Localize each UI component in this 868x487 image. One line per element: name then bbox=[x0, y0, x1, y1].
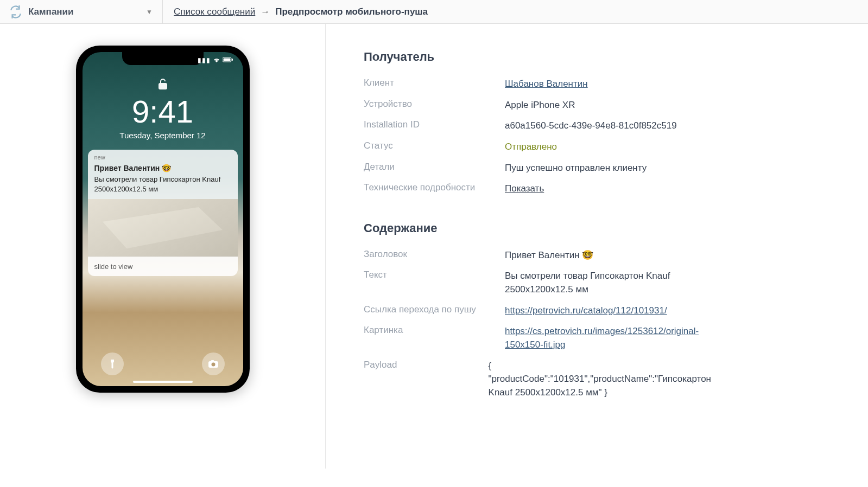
label-status: Статус bbox=[364, 140, 505, 151]
value-install: a60a1560-5cdc-439e-94e8-81c0f852c519 bbox=[505, 119, 711, 133]
breadcrumb: Список сообщений → Предпросмотр мобильно… bbox=[163, 7, 428, 17]
lock-time: 9:41 bbox=[83, 96, 243, 127]
value-status: Отправлено bbox=[505, 140, 711, 154]
push-link[interactable]: https://petrovich.ru/catalog/112/101931/ bbox=[505, 305, 667, 316]
brand-icon bbox=[9, 5, 23, 19]
lock-open-icon bbox=[83, 78, 243, 93]
tech-show-link[interactable]: Показать bbox=[505, 182, 711, 196]
svg-rect-1 bbox=[223, 59, 230, 61]
content-heading: Содержание bbox=[364, 221, 711, 235]
label-image: Картинка bbox=[364, 325, 505, 336]
status-icons: ▮▮▮ bbox=[198, 56, 233, 64]
camera-icon bbox=[202, 353, 225, 375]
value-details: Пуш успешно отправлен клиенту bbox=[505, 162, 711, 175]
phone-notch bbox=[122, 52, 204, 65]
notif-body: Вы смотрели товар Гипсокартон Knauf 2500… bbox=[88, 174, 238, 199]
svg-rect-2 bbox=[232, 59, 233, 61]
content-section: Содержание ЗаголовокПривет Валентин 🤓 Те… bbox=[364, 221, 711, 403]
topnav: Кампании ▼ Список сообщений → Предпросмо… bbox=[0, 0, 868, 24]
notif-title: Привет Валентин 🤓 bbox=[88, 162, 238, 174]
label-text: Текст bbox=[364, 270, 505, 280]
label-details: Детали bbox=[364, 162, 505, 172]
signal-icon: ▮▮▮ bbox=[198, 56, 211, 64]
wifi-icon bbox=[213, 56, 220, 64]
label-link: Ссылка перехода по пушу bbox=[364, 304, 505, 315]
phone-mockup: ▮▮▮ 9:41 Tuesday, September 12 ne bbox=[76, 46, 250, 393]
home-indicator bbox=[133, 381, 193, 383]
push-notification: new Привет Валентин 🤓 Вы смотрели товар … bbox=[88, 150, 238, 276]
label-payload: Payload bbox=[364, 360, 489, 370]
flashlight-icon bbox=[101, 353, 124, 375]
notif-image bbox=[88, 199, 238, 257]
svg-rect-3 bbox=[159, 84, 167, 89]
value-text: Вы смотрели товар Гипсокартон Knauf 2500… bbox=[505, 270, 711, 296]
value-device: Apple iPhone XR bbox=[505, 99, 711, 112]
client-link[interactable]: Шабанов Валентин bbox=[505, 79, 588, 89]
recipient-section: Получатель КлиентШабанов Валентин Устрой… bbox=[364, 50, 711, 200]
label-device: Устройство bbox=[364, 99, 505, 110]
breadcrumb-active: Предпросмотр мобильного-пуша bbox=[275, 7, 428, 17]
breadcrumb-link-messages[interactable]: Список сообщений bbox=[174, 7, 255, 17]
label-title: Заголовок bbox=[364, 249, 505, 260]
chevron-down-icon: ▼ bbox=[146, 8, 153, 16]
battery-icon bbox=[223, 56, 233, 64]
svg-rect-6 bbox=[211, 360, 214, 362]
value-payload: { "productCode":"101931","productName":"… bbox=[489, 360, 711, 400]
lock-date: Tuesday, September 12 bbox=[83, 131, 243, 140]
svg-point-5 bbox=[211, 363, 215, 367]
label-tech: Технические подробности bbox=[364, 182, 505, 193]
image-link[interactable]: https://cs.petrovich.ru/images/1253612/o… bbox=[505, 326, 699, 350]
brand-dropdown[interactable]: Кампании ▼ bbox=[9, 0, 163, 23]
label-client: Клиент bbox=[364, 78, 505, 88]
notif-app-label: new bbox=[88, 150, 238, 162]
preview-column: ▮▮▮ 9:41 Tuesday, September 12 ne bbox=[0, 24, 326, 469]
label-install: Installation ID bbox=[364, 119, 505, 130]
notif-slide-label: slide to view bbox=[88, 257, 238, 276]
value-title: Привет Валентин 🤓 bbox=[505, 249, 711, 262]
recipient-heading: Получатель bbox=[364, 50, 711, 64]
arrow-right-icon: → bbox=[261, 7, 270, 17]
brand-label: Кампании bbox=[28, 7, 74, 17]
